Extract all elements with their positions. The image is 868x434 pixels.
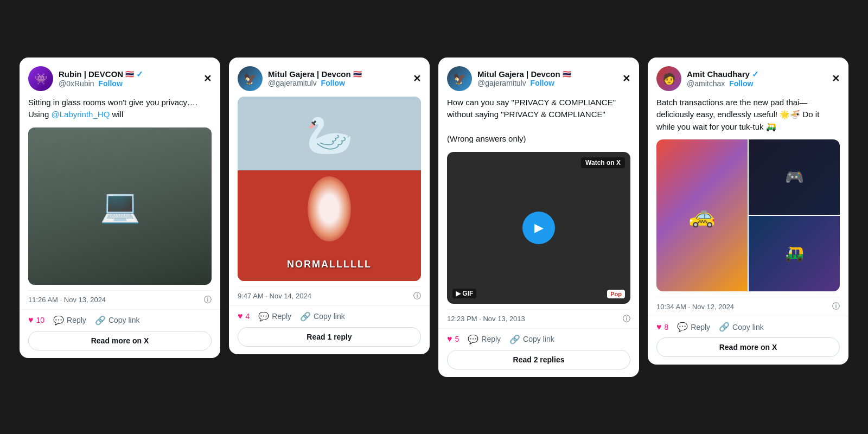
user-info-1: Rubin | DEVCON 🇹🇭 ✓ @0xRubin Follow [59, 69, 143, 88]
copy-link-action-4[interactable]: 🔗 Copy link [719, 322, 764, 332]
tweet-text-1: Sitting in glass rooms won't give you pr… [28, 97, 212, 121]
tweet-image-3[interactable]: Watch on X ▶ ▶ GIF Pop [447, 152, 630, 304]
link-icon-4: 🔗 [719, 322, 730, 332]
play-button-3[interactable]: ▶ [522, 212, 555, 244]
info-icon-3[interactable]: ⓘ [623, 314, 630, 324]
x-logo-1[interactable]: ✕ [203, 73, 212, 85]
user-handle-4: @amitchax Follow [687, 79, 759, 88]
collage-img-3: 🛺 [749, 216, 840, 291]
card-header-left-1: 👾 Rubin | DEVCON 🇹🇭 ✓ @0xRubin Follow [28, 66, 143, 91]
user-name-1: Rubin | DEVCON 🇹🇭 ✓ [59, 69, 143, 79]
user-handle-2: @gajeramitulv Follow [268, 79, 362, 87]
card-header-4: 🧑 Amit Chaudhary ✓ @amitchax Follow ✕ [656, 66, 840, 91]
pop-badge: Pop [607, 290, 625, 298]
link-icon-1: 🔗 [95, 315, 106, 326]
tweet-card-2: 🦅 Mitul Gajera | Devcon 🇹🇭 @gajeramitulv… [229, 58, 430, 354]
copy-link-action-1[interactable]: 🔗 Copy link [95, 315, 140, 326]
link-icon-3: 🔗 [509, 334, 520, 344]
collage-cell-1: 🚕 [656, 139, 748, 291]
info-icon-4[interactable]: ⓘ [832, 302, 840, 311]
tweet-card-4: 🧑 Amit Chaudhary ✓ @amitchax Follow ✕ [648, 58, 848, 365]
card-header-3: 🦅 Mitul Gajera | Devcon 🇹🇭 @gajeramitulv… [447, 66, 630, 91]
user-name-3: Mitul Gajera | Devcon 🇹🇭 [477, 69, 571, 79]
follow-link-2[interactable]: Follow [321, 79, 345, 87]
tweet-feed: 👾 Rubin | DEVCON 🇹🇭 ✓ @0xRubin Follow [0, 36, 868, 399]
avatar-1: 👾 [28, 66, 53, 91]
tweet-card-1: 👾 Rubin | DEVCON 🇹🇭 ✓ @0xRubin Follow [20, 58, 220, 358]
flag-icon-1: 🇹🇭 [125, 70, 134, 78]
read-more-btn-3[interactable]: Read 2 replies [447, 350, 630, 369]
tweet-text-3: How can you say "PRIVACY & COMPLIANCE" w… [447, 97, 630, 145]
collage-img-1: 🚕 [656, 139, 748, 291]
card-actions-4: ♥ 8 💬 Reply 🔗 Copy link [648, 316, 848, 337]
avatar-4: 🧑 [656, 66, 681, 91]
user-info-4: Amit Chaudhary ✓ @amitchax Follow [687, 69, 759, 88]
reply-action-1[interactable]: 💬 Reply [53, 315, 86, 326]
card-header-1: 👾 Rubin | DEVCON 🇹🇭 ✓ @0xRubin Follow [28, 66, 212, 91]
follow-link-4[interactable]: Follow [729, 79, 753, 88]
avatar-3: 🦅 [447, 66, 472, 91]
copy-link-action-2[interactable]: 🔗 Copy link [300, 311, 345, 322]
display-name-1: Rubin | DEVCON [59, 69, 123, 79]
like-action-1[interactable]: ♥ 10 [28, 315, 44, 325]
seagull-glow [308, 176, 351, 241]
reply-icon-4: 💬 [677, 322, 688, 332]
tweet-image-2: 🦢 NORMALLLLLL [238, 97, 421, 281]
reply-action-4[interactable]: 💬 Reply [677, 322, 710, 332]
seagull-bottom: NORMALLLLLL [238, 170, 421, 281]
link-icon-2: 🔗 [300, 311, 311, 322]
collage-cell-2: 🎮 [749, 139, 840, 215]
like-action-3[interactable]: ♥ 5 [447, 334, 459, 344]
reply-icon-3: 💬 [468, 334, 478, 344]
user-info-2: Mitul Gajera | Devcon 🇹🇭 @gajeramitulv F… [268, 69, 362, 87]
tweet-timestamp-1: 11:26 AM · Nov 13, 2024 ⓘ [28, 290, 212, 309]
reply-icon-1: 💬 [53, 315, 64, 326]
card-header-left-2: 🦅 Mitul Gajera | Devcon 🇹🇭 @gajeramitulv… [238, 66, 362, 91]
gif-badge: ▶ GIF [452, 289, 476, 298]
user-info-3: Mitul Gajera | Devcon 🇹🇭 @gajeramitulv F… [477, 69, 571, 87]
tweet-image-1: 💻 [28, 127, 212, 285]
tweet-image-4: 🚕 🎮 🛺 [656, 139, 840, 291]
mention-1[interactable]: @Labyrinth_HQ [52, 110, 110, 119]
tweet-timestamp-2: 9:47 AM · Nov 14, 2024 ⓘ [238, 286, 421, 305]
reply-icon-2: 💬 [258, 311, 269, 322]
follow-link-3[interactable]: Follow [531, 79, 554, 87]
card-actions-3: ♥ 5 💬 Reply 🔗 Copy link [438, 328, 639, 350]
laptop-emoji: 💻 [100, 187, 141, 225]
tweet-timestamp-4: 10:34 AM · Nov 12, 2024 ⓘ [656, 297, 840, 316]
card-actions-2: ♥ 4 💬 Reply 🔗 Copy link [229, 305, 430, 327]
card-header-left-4: 🧑 Amit Chaudhary ✓ @amitchax Follow [656, 66, 759, 91]
heart-icon-4: ♥ [656, 322, 662, 332]
avatar-2: 🦅 [238, 66, 263, 91]
x-logo-4[interactable]: ✕ [832, 73, 840, 85]
watch-on-x-label: Watch on X [581, 157, 625, 168]
collage-cell-3: 🛺 [749, 216, 840, 291]
x-logo-2[interactable]: ✕ [413, 73, 421, 85]
user-name-2: Mitul Gajera | Devcon 🇹🇭 [268, 69, 362, 79]
user-handle-1: @0xRubin Follow [59, 79, 143, 88]
user-handle-3: @gajeramitulv Follow [477, 79, 571, 87]
verified-icon-1: ✓ [136, 69, 143, 79]
read-more-btn-4[interactable]: Read more on X [656, 337, 840, 357]
tweet-timestamp-3: 12:23 PM · Nov 13, 2013 ⓘ [447, 309, 630, 328]
x-logo-3[interactable]: ✕ [622, 73, 630, 85]
reply-action-3[interactable]: 💬 Reply [468, 334, 501, 344]
follow-link-1[interactable]: Follow [98, 79, 122, 88]
flag-icon-2: 🇹🇭 [353, 70, 362, 78]
reply-action-2[interactable]: 💬 Reply [258, 311, 291, 322]
user-name-4: Amit Chaudhary ✓ [687, 69, 759, 79]
info-icon-2[interactable]: ⓘ [413, 291, 421, 301]
card-header-left-3: 🦅 Mitul Gajera | Devcon 🇹🇭 @gajeramitulv… [447, 66, 571, 91]
like-action-2[interactable]: ♥ 4 [238, 311, 250, 321]
card-actions-1: ♥ 10 💬 Reply 🔗 Copy link [20, 309, 220, 331]
tweet-card-3: 🦅 Mitul Gajera | Devcon 🇹🇭 @gajeramitulv… [438, 58, 639, 377]
read-more-btn-1[interactable]: Read more on X [28, 331, 212, 350]
info-icon-1[interactable]: ⓘ [204, 295, 212, 305]
card-header-2: 🦅 Mitul Gajera | Devcon 🇹🇭 @gajeramitulv… [238, 66, 421, 91]
heart-icon-3: ♥ [447, 334, 452, 344]
like-action-4[interactable]: ♥ 8 [656, 322, 668, 332]
copy-link-action-3[interactable]: 🔗 Copy link [509, 334, 554, 344]
heart-icon-2: ♥ [238, 311, 243, 321]
flag-icon-3: 🇹🇭 [563, 70, 571, 78]
read-more-btn-2[interactable]: Read 1 reply [238, 327, 421, 347]
